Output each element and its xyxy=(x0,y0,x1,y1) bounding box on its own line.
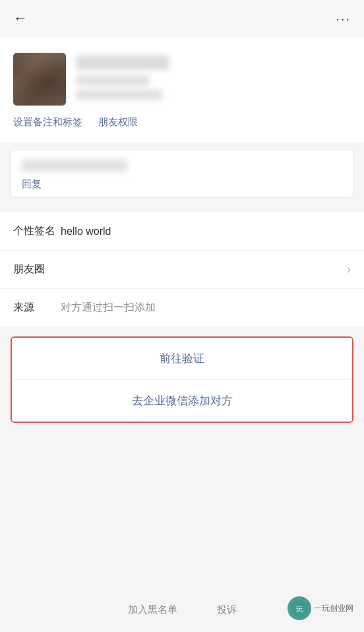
comment-text-blurred xyxy=(22,160,127,172)
action-section: 前往验证 去企业微信添加对方 xyxy=(11,336,353,423)
moments-label: 朋友圈 xyxy=(13,263,61,276)
section-divider xyxy=(0,206,364,212)
profile-links: 设置备注和标签 朋友权限 xyxy=(13,116,351,129)
watermark-icon: 玩 xyxy=(288,596,311,620)
avatar-image xyxy=(13,53,66,106)
profile-sub1-blurred xyxy=(76,75,149,86)
watermark-text: 一玩创业网 xyxy=(314,603,353,614)
source-label: 来源 xyxy=(13,301,61,315)
set-remark-button[interactable]: 设置备注和标签 xyxy=(13,116,82,129)
comment-section: 回复 xyxy=(11,150,353,198)
header: ← ··· xyxy=(0,0,364,37)
bottom-section: 加入黑名单 投诉 玩 一玩创业网 xyxy=(0,593,364,632)
verify-button[interactable]: 前往验证 xyxy=(12,338,352,380)
friends-permission-button[interactable]: 朋友权限 xyxy=(98,116,138,129)
blacklist-button[interactable]: 加入黑名单 xyxy=(108,604,197,616)
profile-info xyxy=(76,53,351,100)
profile-top xyxy=(13,53,351,106)
profile-sub2-blurred xyxy=(76,90,162,100)
add-enterprise-wechat-button[interactable]: 去企业微信添加对方 xyxy=(12,380,352,422)
svg-text:玩: 玩 xyxy=(296,606,303,613)
avatar xyxy=(13,53,66,106)
signature-row: 个性签名 hello world xyxy=(0,212,364,251)
signature-value: hello world xyxy=(61,226,351,237)
watermark: 玩 一玩创业网 xyxy=(288,596,353,620)
source-row: 来源 对方通过扫一扫添加 xyxy=(0,289,364,327)
moments-row[interactable]: 朋友圈 › xyxy=(0,251,364,289)
more-button[interactable]: ··· xyxy=(336,11,351,26)
chevron-right-icon: › xyxy=(347,263,351,276)
signature-label: 个性签名 xyxy=(13,224,61,238)
back-button[interactable]: ← xyxy=(13,11,28,26)
report-button[interactable]: 投诉 xyxy=(197,604,257,616)
profile-name-blurred xyxy=(76,55,169,70)
info-section: 个性签名 hello world 朋友圈 › 来源 对方通过扫一扫添加 xyxy=(0,212,364,327)
profile-section: 设置备注和标签 朋友权限 xyxy=(0,37,364,142)
reply-button[interactable]: 回复 xyxy=(22,178,42,189)
source-value: 对方通过扫一扫添加 xyxy=(61,301,351,315)
